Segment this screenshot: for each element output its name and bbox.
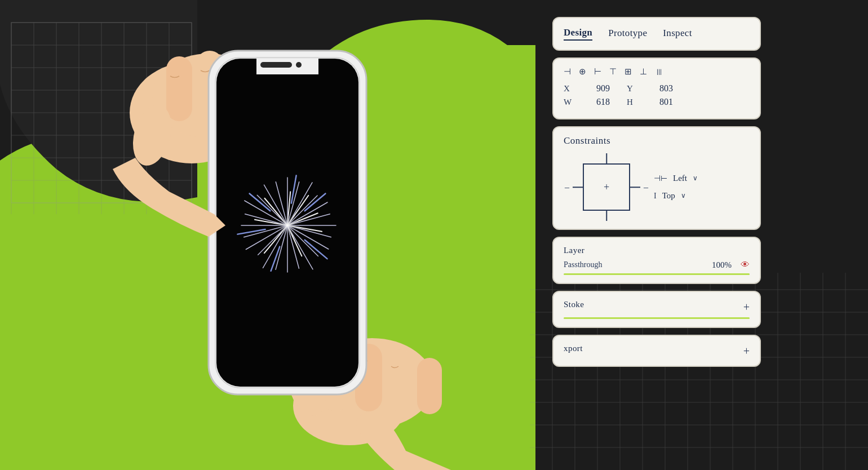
vertical-constraint-icon: I — [654, 192, 657, 201]
stroke-card: Stoke + — [552, 291, 761, 328]
wh-row: W 618 H 801 — [564, 97, 750, 107]
align-center-h-icon[interactable]: ⊕ — [579, 66, 586, 77]
svg-rect-47 — [417, 358, 442, 414]
align-top-icon[interactable]: ⊤ — [609, 66, 617, 77]
xy-row: X 909 Y 803 — [564, 83, 750, 94]
distribute-h-icon[interactable]: ⫼ — [655, 67, 663, 77]
sidebar-panel: Design Prototype Inspect ⊣ ⊕ ⊢ ⊤ ⊞ ⊥ ⫼ X… — [552, 17, 761, 367]
align-bottom-icon[interactable]: ⊥ — [640, 66, 647, 77]
w-label: W — [564, 97, 579, 107]
y-value[interactable]: 803 — [647, 83, 685, 94]
stroke-add-button[interactable]: + — [743, 301, 750, 313]
stroke-title: Stoke — [564, 300, 584, 309]
constraints-body: – – + ⊣⊢ Left ∨ I Top ∨ — [564, 153, 750, 221]
constraints-title: Constraints — [564, 135, 750, 147]
alignment-row: ⊣ ⊕ ⊢ ⊤ ⊞ ⊥ ⫼ — [564, 66, 750, 77]
export-title: xport — [564, 344, 583, 353]
tabs-row: Design Prototype Inspect — [564, 26, 750, 42]
blend-mode-label[interactable]: Passthrough — [564, 260, 703, 269]
h-label: H — [627, 97, 643, 107]
vertical-constraint-label[interactable]: Top — [662, 191, 675, 201]
horizontal-constraint-label[interactable]: Left — [673, 174, 687, 183]
svg-point-61 — [296, 62, 302, 68]
align-left-icon[interactable]: ⊣ — [564, 66, 571, 77]
tab-inspect[interactable]: Inspect — [663, 28, 692, 40]
x-value[interactable]: 909 — [584, 83, 622, 94]
constraint-plus-sign: + — [604, 181, 609, 193]
stroke-row: Stoke + — [564, 300, 750, 314]
export-add-button[interactable]: + — [743, 345, 750, 357]
svg-point-100 — [276, 214, 299, 237]
layer-title: Layer — [564, 246, 750, 255]
h-value[interactable]: 801 — [647, 97, 685, 107]
svg-rect-51 — [166, 56, 192, 121]
vertical-constraint-arrow[interactable]: ∨ — [681, 192, 686, 200]
x-label: X — [564, 84, 579, 94]
export-card: xport + — [552, 335, 761, 367]
opacity-value[interactable]: 100% — [712, 260, 732, 270]
export-row: xport + — [564, 344, 750, 358]
tab-design[interactable]: Design — [564, 27, 592, 41]
stroke-green-bar — [564, 317, 750, 319]
eye-icon[interactable]: 👁 — [741, 260, 750, 270]
align-center-v-icon[interactable]: ⊞ — [625, 66, 632, 77]
y-label: Y — [627, 84, 643, 94]
svg-rect-46 — [387, 349, 413, 411]
constraint-options: ⊣⊢ Left ∨ I Top ∨ — [654, 174, 698, 201]
tab-prototype[interactable]: Prototype — [608, 28, 647, 40]
align-right-icon[interactable]: ⊢ — [594, 66, 601, 77]
layer-row: Passthrough 100% 👁 — [564, 260, 750, 270]
horizontal-constraint-icon: ⊣⊢ — [654, 174, 667, 183]
tabs-card: Design Prototype Inspect — [552, 17, 761, 51]
horizontal-constraint-row: ⊣⊢ Left ∨ — [654, 174, 698, 183]
layer-green-bar — [564, 273, 750, 275]
constraint-diagram: – – + — [573, 153, 640, 221]
properties-card: ⊣ ⊕ ⊢ ⊤ ⊞ ⊥ ⫼ X 909 Y 803 W 618 H 801 — [552, 57, 761, 119]
vertical-constraint-row: I Top ∨ — [654, 191, 698, 201]
svg-rect-60 — [260, 62, 292, 68]
horizontal-constraint-arrow[interactable]: ∨ — [693, 174, 698, 183]
layer-card: Layer Passthrough 100% 👁 — [552, 237, 761, 284]
constraint-inner-box: + — [583, 163, 630, 211]
illustration — [0, 0, 541, 470]
w-value[interactable]: 618 — [584, 97, 622, 107]
constraints-card: Constraints – – + ⊣⊢ Lef — [552, 126, 761, 230]
